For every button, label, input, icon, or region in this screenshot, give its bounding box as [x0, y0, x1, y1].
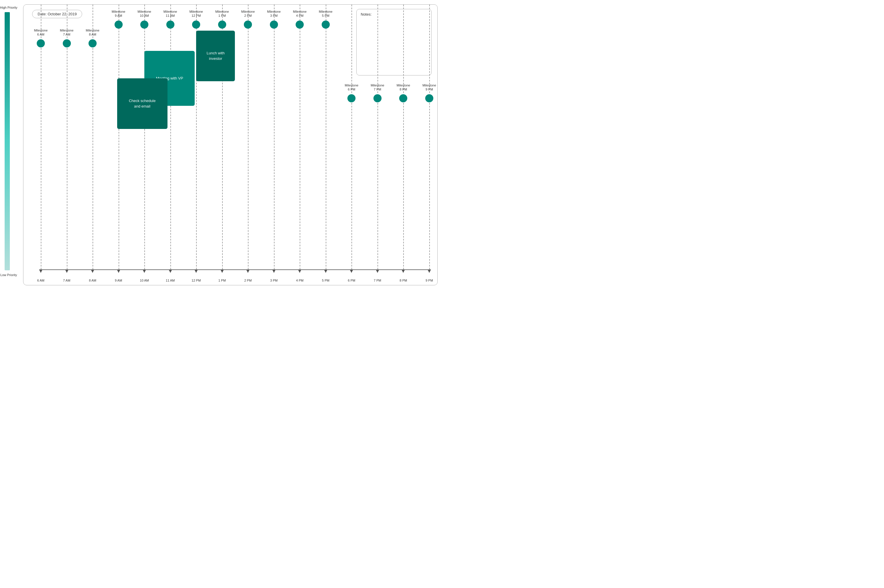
date-label: Date: October 22, 2019 — [38, 12, 77, 16]
milestone-circle-8AM — [89, 39, 96, 47]
hour-label-7AM: 7 AM — [61, 279, 73, 282]
svg-marker-1 — [65, 269, 69, 273]
hour-label-11AM: 11 AM — [165, 279, 176, 282]
arrow-6AM — [39, 269, 42, 272]
milestone-circle-5PM — [322, 21, 330, 28]
priority-gradient — [5, 12, 10, 270]
svg-marker-3 — [117, 269, 120, 273]
milestone-circle-9PM — [425, 94, 433, 102]
hour-label-1PM: 1 PM — [216, 279, 228, 282]
svg-marker-0 — [39, 269, 42, 273]
task-block-2[interactable]: Check scheduleand email — [117, 78, 167, 129]
milestone-circle-12PM — [192, 21, 200, 28]
svg-marker-8 — [246, 269, 250, 273]
milestone-circle-8PM — [399, 94, 407, 102]
hour-label-2PM: 2 PM — [242, 279, 254, 282]
milestone-label-6PM: Milestone6 PM — [341, 83, 362, 92]
arrow-5PM — [324, 269, 328, 272]
notes-box: Notes: — [356, 9, 431, 75]
milestone-label-9PM: Milestone9 PM — [419, 83, 439, 92]
dashed-line-6PM — [352, 4, 352, 269]
arrow-8PM — [401, 269, 405, 272]
dashed-line-9PM — [429, 4, 430, 269]
milestone-circle-6AM — [37, 39, 45, 47]
milestone-label-6AM: Milestone6 AM — [31, 28, 51, 37]
arrow-9AM — [117, 269, 120, 272]
milestone-label-8PM: Milestone8 PM — [393, 83, 413, 92]
dashed-line-8PM — [403, 4, 404, 269]
dashed-line-7PM — [377, 4, 378, 269]
arrow-7AM — [65, 269, 69, 272]
priority-bar: High Priority Low Priority — [3, 6, 12, 277]
svg-marker-12 — [350, 269, 353, 273]
arrow-10AM — [143, 269, 146, 272]
arrow-1PM — [220, 269, 224, 272]
milestone-label-4PM: Milestone4 PM — [290, 9, 310, 18]
hour-label-7PM: 7 PM — [372, 279, 383, 282]
svg-marker-11 — [324, 269, 328, 273]
milestone-circle-7AM — [63, 39, 71, 47]
arrow-12PM — [194, 269, 198, 272]
svg-marker-6 — [194, 269, 198, 273]
hour-label-10AM: 10 AM — [138, 279, 150, 282]
svg-marker-7 — [220, 269, 224, 273]
arrow-9PM — [427, 269, 431, 272]
dashed-line-10AM — [144, 4, 145, 269]
arrow-2PM — [246, 269, 250, 272]
notes-label: Notes: — [361, 12, 372, 16]
svg-marker-5 — [168, 269, 172, 273]
svg-marker-14 — [401, 269, 405, 273]
priority-low-label: Low Priority — [0, 273, 20, 277]
milestone-label-10AM: Milestone10 AM — [134, 9, 155, 18]
svg-marker-4 — [143, 269, 146, 273]
hour-label-3PM: 3 PM — [268, 279, 280, 282]
main-container: High Priority Low Priority Date: October… — [0, 0, 442, 294]
milestone-label-7PM: Milestone7 PM — [367, 83, 388, 92]
svg-marker-2 — [91, 269, 94, 273]
dashed-line-3PM — [274, 4, 275, 269]
dashed-line-9AM — [119, 4, 119, 269]
timeline-line — [41, 269, 429, 270]
milestone-label-2PM: Milestone2 PM — [238, 9, 258, 18]
hour-label-4PM: 4 PM — [294, 279, 305, 282]
milestone-circle-3PM — [270, 21, 278, 28]
task-block-1[interactable]: Lunch withinvestor — [196, 31, 235, 81]
milestone-circle-4PM — [296, 21, 304, 28]
hour-label-9AM: 9 AM — [113, 279, 125, 282]
svg-marker-9 — [272, 269, 276, 273]
milestone-circle-6PM — [347, 94, 355, 102]
svg-marker-15 — [427, 269, 431, 273]
date-box: Date: October 22, 2019 — [32, 10, 82, 18]
hour-label-5PM: 5 PM — [320, 279, 332, 282]
dashed-line-2PM — [248, 4, 248, 269]
milestone-label-11AM: Milestone11 AM — [160, 9, 180, 18]
hour-label-12PM: 12 PM — [190, 279, 202, 282]
dashed-line-4PM — [300, 4, 300, 269]
milestone-label-9AM: Milestone9 AM — [108, 9, 129, 18]
arrow-8AM — [91, 269, 94, 272]
milestone-label-3PM: Milestone3 PM — [264, 9, 284, 18]
milestone-circle-7PM — [373, 94, 382, 102]
milestone-label-7AM: Milestone7 AM — [57, 28, 77, 37]
milestone-label-12PM: Milestone12 PM — [186, 9, 206, 18]
hour-label-8AM: 8 AM — [87, 279, 98, 282]
arrow-3PM — [272, 269, 276, 272]
hour-label-8PM: 8 PM — [397, 279, 409, 282]
chart-area: Date: October 22, 2019 Notes: 6 AM7 AM8 … — [23, 4, 437, 285]
svg-marker-13 — [376, 269, 379, 273]
milestone-label-5PM: Milestone5 PM — [316, 9, 336, 18]
milestone-label-1PM: Milestone1 PM — [212, 9, 232, 18]
dashed-line-11AM — [170, 4, 171, 269]
milestone-circle-11AM — [166, 21, 174, 28]
arrow-6PM — [350, 269, 353, 272]
arrow-11AM — [168, 269, 172, 272]
milestone-label-8AM: Milestone8 AM — [83, 28, 103, 37]
hour-label-6AM: 6 AM — [35, 279, 47, 282]
hour-label-6PM: 6 PM — [346, 279, 357, 282]
milestone-circle-9AM — [114, 21, 123, 28]
priority-high-label: High Priority — [0, 6, 20, 9]
hour-label-9PM: 9 PM — [424, 279, 435, 282]
milestone-circle-2PM — [244, 21, 252, 28]
arrow-4PM — [298, 269, 301, 272]
dashed-line-5PM — [326, 4, 326, 269]
